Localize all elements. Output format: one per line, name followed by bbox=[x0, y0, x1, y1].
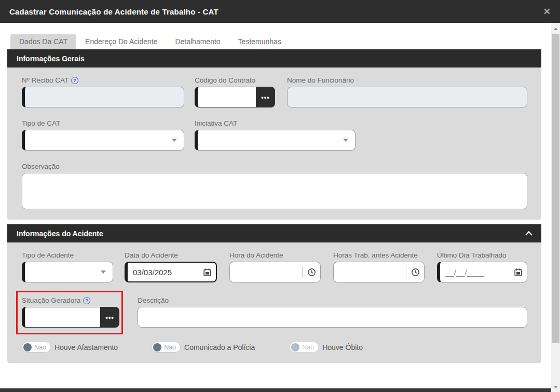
field-iniciativa-cat: Iniciativa CAT bbox=[195, 119, 356, 151]
field-situacao-geradora: Situação Geradora ? ••• bbox=[22, 296, 119, 328]
row-acidente-toggles: Não Houve Afastamento Não Comunicado a P… bbox=[22, 342, 527, 353]
scrollbar-down-arrow-icon[interactable] bbox=[551, 383, 560, 391]
observacao-label: Observação bbox=[22, 163, 60, 170]
row-gerais-2: Tipo de CAT Iniciativa CAT bbox=[22, 119, 527, 151]
help-icon[interactable]: ? bbox=[71, 77, 78, 84]
data-acidente-input[interactable] bbox=[128, 263, 198, 281]
toggle-houve-obito: Não Houve Óbito bbox=[290, 342, 363, 353]
tipo-acidente-label: Tipo de Acidente bbox=[22, 251, 74, 259]
codigo-contrato-input[interactable] bbox=[198, 87, 256, 107]
row-acidente-2: Situação Geradora ? ••• bbox=[22, 296, 527, 328]
section-informacoes-acidente: Informações do Acidente Tipo de Acidente bbox=[7, 224, 541, 363]
houve-obito-label: Houve Óbito bbox=[322, 343, 363, 352]
field-numero-recibo-cat: Nº Recibo CAT ? bbox=[22, 76, 184, 107]
clock-icon[interactable] bbox=[303, 268, 320, 277]
help-icon[interactable]: ? bbox=[83, 297, 90, 304]
field-data-acidente: Data do Acidente bbox=[125, 251, 217, 282]
field-tipo-de-cat: Tipo de CAT bbox=[22, 119, 184, 151]
modal-body: Dados Da CAT Endereço Do Acidente Detalh… bbox=[0, 23, 551, 392]
section-informacoes-gerais: Informações Gerais Nº Recibo CAT ? bbox=[7, 49, 541, 220]
numero-recibo-cat-input bbox=[25, 87, 184, 107]
iniciativa-cat-select[interactable] bbox=[195, 130, 356, 151]
toggle-knob bbox=[153, 343, 161, 352]
toggle-state: Não bbox=[164, 344, 176, 351]
close-icon[interactable]: ✕ bbox=[543, 7, 551, 16]
houve-afastamento-label: Houve Afastamento bbox=[54, 343, 118, 352]
section-body-informacoes-acidente: Tipo de Acidente Data do Acidente bbox=[7, 242, 541, 363]
row-gerais-1: Nº Recibo CAT ? Código do Contrato bbox=[22, 76, 527, 107]
section-body-informacoes-gerais: Nº Recibo CAT ? Código do Contrato bbox=[7, 67, 541, 220]
section-header-informacoes-gerais: Informações Gerais bbox=[7, 49, 541, 67]
toggle-state: Não bbox=[302, 344, 314, 351]
tab-endereco-do-acidente[interactable]: Endereço Do Acidente bbox=[76, 34, 166, 49]
situacao-geradora-highlight-box: Situação Geradora ? ••• bbox=[16, 291, 123, 334]
houve-afastamento-switch[interactable]: Não bbox=[22, 342, 51, 353]
tab-detalhamento[interactable]: Detalhamento bbox=[166, 34, 229, 49]
comunicado-policia-label: Comunicado a Polícia bbox=[184, 343, 255, 352]
vertical-scrollbar[interactable] bbox=[551, 23, 560, 392]
field-tipo-acidente: Tipo de Acidente bbox=[22, 251, 113, 282]
tipo-de-cat-value[interactable] bbox=[25, 130, 172, 150]
situacao-geradora-lookup-button[interactable]: ••• bbox=[100, 307, 119, 328]
horas-trab-antes-input[interactable] bbox=[334, 262, 406, 282]
field-observacao: Observação bbox=[22, 162, 527, 209]
clock-icon[interactable] bbox=[406, 268, 424, 277]
scrollbar-up-arrow-icon[interactable] bbox=[551, 24, 560, 33]
tipo-acidente-value[interactable] bbox=[25, 262, 101, 282]
section-title: Informações Gerais bbox=[17, 55, 85, 63]
comunicado-policia-switch[interactable]: Não bbox=[152, 342, 181, 353]
modal-header: Cadastrar Comunicação de Acidente de Tra… bbox=[0, 0, 560, 23]
hora-acidente-input[interactable] bbox=[230, 262, 302, 282]
ultimo-dia-trabalhado-input[interactable] bbox=[440, 262, 509, 282]
chevron-down-icon[interactable] bbox=[101, 271, 106, 274]
descricao-input[interactable] bbox=[138, 307, 527, 327]
section-header-informacoes-acidente: Informações do Acidente bbox=[7, 224, 541, 242]
ultimo-dia-trabalhado-label: Último Dia Trabalhado bbox=[437, 251, 507, 259]
calendar-icon[interactable] bbox=[509, 268, 527, 277]
nome-funcionario-input bbox=[288, 87, 527, 107]
tab-dados-da-cat[interactable]: Dados Da CAT bbox=[10, 34, 76, 49]
observacao-textarea[interactable] bbox=[22, 173, 527, 209]
tipo-de-cat-label: Tipo de CAT bbox=[22, 119, 60, 127]
tab-bar: Dados Da CAT Endereço Do Acidente Detalh… bbox=[10, 34, 551, 49]
horas-trab-antes-label: Horas Trab. antes Acidente bbox=[333, 251, 418, 259]
chevron-down-icon[interactable] bbox=[343, 139, 348, 142]
iniciativa-cat-value[interactable] bbox=[198, 130, 343, 150]
codigo-contrato-lookup-button[interactable]: ••• bbox=[256, 87, 275, 107]
modal-title: Cadastrar Comunicação de Acidente de Tra… bbox=[9, 7, 218, 16]
data-acidente-label: Data do Acidente bbox=[125, 251, 178, 259]
tipo-acidente-select[interactable] bbox=[22, 262, 113, 282]
field-ultimo-dia-trabalhado: Último Dia Trabalhado bbox=[437, 251, 527, 282]
bottom-edge-strip bbox=[0, 388, 551, 392]
ellipsis-icon: ••• bbox=[261, 93, 270, 101]
field-codigo-contrato: Código do Contrato ••• bbox=[195, 76, 275, 107]
nome-funcionario-label: Nome do Funcionário bbox=[287, 76, 354, 84]
field-descricao: Descrição bbox=[138, 296, 527, 328]
descricao-label: Descrição bbox=[138, 296, 169, 304]
situacao-geradora-label: Situação Geradora bbox=[22, 296, 80, 304]
calendar-icon[interactable] bbox=[198, 268, 216, 277]
toggle-state: Não bbox=[34, 344, 46, 351]
codigo-contrato-label: Código do Contrato bbox=[195, 76, 255, 84]
ellipsis-icon: ••• bbox=[105, 314, 114, 321]
toggle-knob bbox=[291, 343, 299, 352]
tab-testemunhas[interactable]: Testemunhas bbox=[229, 34, 290, 49]
field-nome-funcionario: Nome do Funcionário bbox=[287, 76, 527, 107]
toggle-comunicado-policia: Não Comunicado a Polícia bbox=[152, 342, 255, 353]
toggle-houve-afastamento: Não Houve Afastamento bbox=[22, 342, 118, 353]
field-horas-trab-antes: Horas Trab. antes Acidente bbox=[333, 251, 425, 282]
chevron-up-icon[interactable] bbox=[525, 231, 533, 236]
tipo-de-cat-select[interactable] bbox=[22, 130, 184, 151]
numero-recibo-cat-label: Nº Recibo CAT bbox=[22, 76, 69, 84]
hora-acidente-label: Hora do Acidente bbox=[229, 251, 283, 259]
cat-registration-modal: Cadastrar Comunicação de Acidente de Tra… bbox=[0, 0, 560, 392]
row-acidente-1: Tipo de Acidente Data do Acidente bbox=[22, 251, 527, 282]
chevron-down-icon[interactable] bbox=[172, 139, 177, 142]
situacao-geradora-input[interactable] bbox=[25, 307, 100, 327]
scrollbar-thumb[interactable] bbox=[552, 34, 559, 343]
houve-obito-switch: Não bbox=[290, 342, 319, 353]
iniciativa-cat-label: Iniciativa CAT bbox=[195, 119, 237, 127]
section-title: Informações do Acidente bbox=[17, 229, 103, 238]
toggle-knob bbox=[23, 343, 32, 352]
row-gerais-3: Observação bbox=[22, 162, 527, 209]
